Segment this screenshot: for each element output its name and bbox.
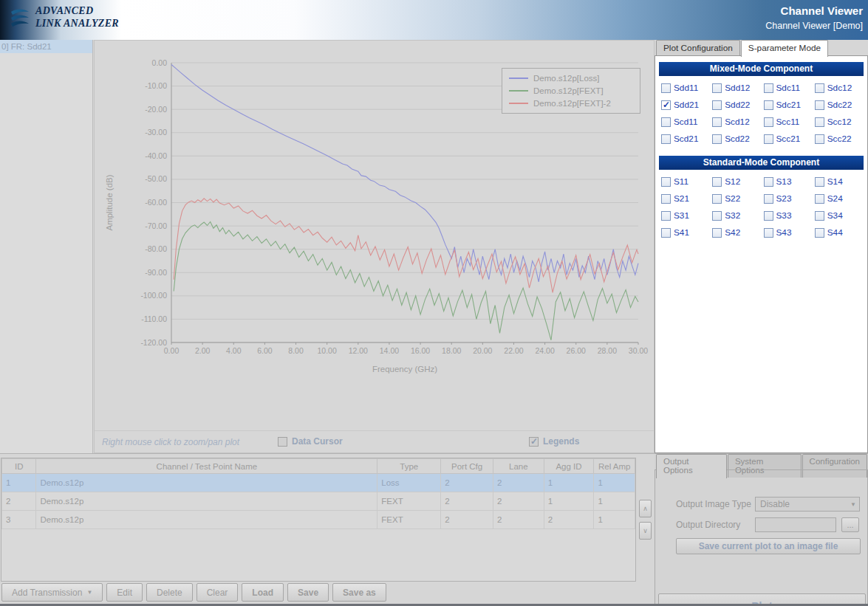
standard-checkbox-s44[interactable]: S44 [815,227,866,238]
mixed-checkbox-sdc12[interactable]: Sdc12 [815,83,866,93]
checkbox-label: Sdc11 [776,83,801,93]
standard-checkbox-s23[interactable]: S23 [764,193,815,204]
table-row[interactable]: 2Demo.s12pFEXT2211 [2,492,635,511]
checkbox-box-icon [815,228,824,238]
table-cell: 2 [2,492,36,511]
checkbox-label: Sdd21 [674,100,699,110]
legends-checkbox[interactable]: Legends [529,436,579,447]
checkbox-box-icon [661,228,671,238]
mixed-checkbox-sdc11[interactable]: Sdc11 [764,83,815,93]
checkbox-label: Sdd12 [725,83,750,93]
checkbox-box-icon [764,134,773,144]
checkbox-label: S12 [725,176,740,187]
delete-button[interactable]: Delete [146,583,193,602]
checkbox-label: Scd12 [725,117,749,127]
svg-text:-50.00: -50.00 [145,174,167,183]
standard-checkbox-s31[interactable]: S31 [661,210,712,221]
table-cell: 2 [493,492,544,511]
column-channel-test-point-name: Channel / Test Point Name [36,459,377,474]
output-tab-output-options[interactable]: Output Options [656,454,727,478]
mixed-checkbox-sdd12[interactable]: Sdd12 [712,83,763,93]
column-rel-amp: Rel Amp [594,459,635,474]
mixed-checkbox-sdd21[interactable]: Sdd21 [661,100,712,110]
legend-label: Demo.s12p[Loss] [533,74,600,83]
standard-checkbox-s32[interactable]: S32 [712,210,763,221]
svg-text:10.00: 10.00 [318,346,337,355]
mixed-checkbox-scd22[interactable]: Scd22 [712,134,763,144]
svg-text:8.00: 8.00 [288,346,304,355]
checkbox-box-icon [815,83,824,93]
checkbox-box-icon [661,211,671,221]
table-cell: 2 [493,511,544,529]
checkbox-label: Scd11 [674,117,698,127]
table-row[interactable]: 3Demo.s12pFEXT2221 [2,511,635,529]
save-as-button[interactable]: Save as [332,583,386,602]
logo-text: ADVANCED LINK ANALYZER [35,5,119,30]
logo-line1: ADVANCED [35,5,119,18]
standard-checkbox-s14[interactable]: S14 [815,176,866,187]
checkbox-label: Data Cursor [292,436,343,447]
svg-text:20.00: 20.00 [473,346,492,355]
standard-checkbox-s24[interactable]: S24 [815,193,866,204]
window-title: Channel Viewer [765,4,863,17]
save-button[interactable]: Save [287,583,329,602]
checkbox-box-icon [815,117,824,127]
standard-checkbox-s42[interactable]: S42 [712,227,763,238]
column-agg-id: Agg ID [544,459,594,474]
table-cell: Demo.s12p [36,492,377,511]
channel-table-area: IDChannel / Test Point NameTypePort CfgL… [0,453,655,606]
move-down-button[interactable]: ∨ [639,522,652,540]
plot-button[interactable]: Plot [658,593,866,606]
mixed-checkbox-sdc21[interactable]: Sdc21 [764,100,815,110]
clear-button[interactable]: Clear [197,583,239,602]
table-cell: 2 [544,511,594,529]
sparam-tab-plot-configuration[interactable]: Plot Configuration [656,40,740,56]
mixed-checkbox-scd11[interactable]: Scd11 [661,117,712,127]
svg-text:12.00: 12.00 [349,346,368,355]
svg-text:-110.00: -110.00 [141,314,167,323]
mixed-checkbox-sdd11[interactable]: Sdd11 [661,83,712,93]
mixed-checkbox-scc11[interactable]: Scc11 [764,117,815,127]
browse-button[interactable]: ... [841,517,859,532]
table-row[interactable]: 1Demo.s12pLoss2211 [2,474,635,492]
channel-toolbar: Add Transmission▼EditDeleteClearLoadSave… [1,583,386,602]
standard-checkbox-s12[interactable]: S12 [712,176,763,187]
mixed-checkbox-scd21[interactable]: Scd21 [661,134,712,144]
mixed-checkbox-scc12[interactable]: Scc12 [815,117,866,127]
mixed-checkbox-scc21[interactable]: Scc21 [764,134,815,144]
data-cursor-checkbox[interactable]: Data Cursor [278,436,343,447]
output-image-type-select[interactable]: Disable ▼ [755,497,860,512]
standard-checkbox-s41[interactable]: S41 [661,227,712,238]
standard-checkbox-s13[interactable]: S13 [764,176,815,187]
mixed-checkbox-sdd22[interactable]: Sdd22 [712,100,763,110]
svg-text:-80.00: -80.00 [145,244,167,253]
save-image-button[interactable]: Save current plot to an image file [676,538,861,554]
checkbox-label: Sdd22 [725,100,750,110]
move-up-button[interactable]: ∧ [639,500,652,517]
mixed-checkbox-sdc22[interactable]: Sdc22 [815,100,866,110]
legend-line-swatch [509,90,528,92]
checkbox-label: S22 [725,193,740,204]
checkbox-box-icon [764,194,773,204]
output-directory-input[interactable] [755,517,836,532]
mixed-checkbox-scd12[interactable]: Scd12 [712,117,763,127]
legend-entry: Demo.s12p[Loss] [509,74,633,83]
standard-checkbox-s22[interactable]: S22 [712,193,763,204]
standard-checkbox-s11[interactable]: S11 [661,176,712,187]
add-transmission-button[interactable]: Add Transmission▼ [1,583,103,602]
checkbox-label: S14 [827,176,843,187]
standard-checkbox-s33[interactable]: S33 [764,210,815,221]
edit-button[interactable]: Edit [106,583,143,602]
standard-checkbox-s43[interactable]: S43 [764,227,815,238]
table-cell: 3 [2,511,36,529]
sparam-tab-s-parameter-mode[interactable]: S-parameter Mode [741,40,828,57]
checkbox-box-icon [661,134,671,144]
trace-list-item[interactable]: 0] FR: Sdd21 [0,40,92,53]
standard-checkbox-s21[interactable]: S21 [661,193,712,204]
window-subtitle: Channel Viewer [Demo] [765,21,863,31]
legend-entry: Demo.s12p[FEXT] [509,86,633,95]
load-button[interactable]: Load [242,583,284,602]
mixed-checkbox-scc22[interactable]: Scc22 [815,134,866,144]
legend-entry: Demo.s12p[FEXT]-2 [509,99,633,108]
standard-checkbox-s34[interactable]: S34 [815,210,866,221]
